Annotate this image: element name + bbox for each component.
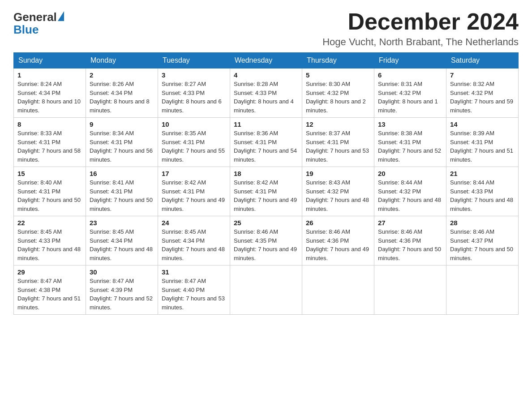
sunrise-text: Sunrise: 8:40 AM <box>17 178 82 187</box>
sunrise-text: Sunrise: 8:33 AM <box>17 129 82 138</box>
logo: General Blue <box>13 11 64 37</box>
sunrise-text: Sunrise: 8:26 AM <box>90 80 154 89</box>
calendar-cell: 18 Sunrise: 8:42 AM Sunset: 4:31 PM Dayl… <box>230 167 302 216</box>
calendar-cell: 9 Sunrise: 8:34 AM Sunset: 4:31 PM Dayli… <box>86 118 158 167</box>
calendar-table: SundayMondayTuesdayWednesdayThursdayFrid… <box>13 52 519 315</box>
calendar-cell: 16 Sunrise: 8:41 AM Sunset: 4:31 PM Dayl… <box>86 167 158 216</box>
sunset-text: Sunset: 4:33 PM <box>162 89 226 98</box>
day-number: 5 <box>306 71 370 79</box>
month-title: December 2024 <box>322 9 519 34</box>
col-header-saturday: Saturday <box>446 53 519 68</box>
daylight-text: Daylight: 8 hours and 4 minutes. <box>234 97 298 115</box>
sunset-text: Sunset: 4:31 PM <box>234 138 298 147</box>
sunrise-text: Sunrise: 8:41 AM <box>90 178 154 187</box>
page-header: General Blue December 2024 Hoge Vucht, N… <box>13 9 519 48</box>
calendar-cell: 26 Sunrise: 8:46 AM Sunset: 4:36 PM Dayl… <box>302 216 374 265</box>
day-number: 27 <box>378 219 442 227</box>
week-row-5: 29 Sunrise: 8:47 AM Sunset: 4:38 PM Dayl… <box>14 265 519 315</box>
sunrise-text: Sunrise: 8:35 AM <box>162 129 226 138</box>
calendar-cell: 15 Sunrise: 8:40 AM Sunset: 4:31 PM Dayl… <box>14 167 86 216</box>
day-number: 23 <box>90 219 154 227</box>
cell-info: Sunrise: 8:46 AM Sunset: 4:36 PM Dayligh… <box>306 227 370 262</box>
day-number: 22 <box>17 219 82 227</box>
cell-info: Sunrise: 8:42 AM Sunset: 4:31 PM Dayligh… <box>234 178 298 213</box>
calendar-cell: 7 Sunrise: 8:32 AM Sunset: 4:32 PM Dayli… <box>446 68 519 118</box>
logo-flag-icon <box>58 11 64 21</box>
day-number: 30 <box>90 268 154 276</box>
sunset-text: Sunset: 4:31 PM <box>234 187 298 196</box>
calendar-cell: 22 Sunrise: 8:45 AM Sunset: 4:33 PM Dayl… <box>14 216 86 265</box>
cell-info: Sunrise: 8:34 AM Sunset: 4:31 PM Dayligh… <box>90 129 154 164</box>
sunset-text: Sunset: 4:37 PM <box>450 236 515 245</box>
daylight-text: Daylight: 7 hours and 48 minutes. <box>90 245 154 262</box>
sunset-text: Sunset: 4:31 PM <box>378 138 442 147</box>
cell-info: Sunrise: 8:37 AM Sunset: 4:31 PM Dayligh… <box>306 129 370 164</box>
daylight-text: Daylight: 8 hours and 6 minutes. <box>162 97 226 115</box>
daylight-text: Daylight: 7 hours and 54 minutes. <box>234 146 298 164</box>
calendar-cell: 8 Sunrise: 8:33 AM Sunset: 4:31 PM Dayli… <box>14 118 86 167</box>
col-header-friday: Friday <box>374 53 446 68</box>
sunset-text: Sunset: 4:34 PM <box>90 89 154 98</box>
daylight-text: Daylight: 7 hours and 58 minutes. <box>17 146 82 164</box>
sunset-text: Sunset: 4:38 PM <box>17 286 82 295</box>
day-number: 4 <box>234 71 298 79</box>
day-number: 12 <box>306 120 370 128</box>
sunrise-text: Sunrise: 8:46 AM <box>450 227 515 236</box>
sunset-text: Sunset: 4:39 PM <box>90 286 154 295</box>
sunrise-text: Sunrise: 8:46 AM <box>306 227 370 236</box>
cell-info: Sunrise: 8:38 AM Sunset: 4:31 PM Dayligh… <box>378 129 442 164</box>
sunset-text: Sunset: 4:31 PM <box>90 138 154 147</box>
sunset-text: Sunset: 4:40 PM <box>162 286 226 295</box>
day-number: 31 <box>162 268 226 276</box>
day-number: 20 <box>378 170 442 177</box>
day-number: 19 <box>306 170 370 177</box>
cell-info: Sunrise: 8:47 AM Sunset: 4:38 PM Dayligh… <box>17 277 82 312</box>
sunrise-text: Sunrise: 8:39 AM <box>450 129 515 138</box>
day-number: 10 <box>162 120 226 128</box>
sunset-text: Sunset: 4:32 PM <box>450 89 515 98</box>
daylight-text: Daylight: 7 hours and 53 minutes. <box>306 146 370 164</box>
calendar-cell: 28 Sunrise: 8:46 AM Sunset: 4:37 PM Dayl… <box>446 216 519 265</box>
sunrise-text: Sunrise: 8:24 AM <box>17 80 82 89</box>
calendar-cell: 6 Sunrise: 8:31 AM Sunset: 4:32 PM Dayli… <box>374 68 446 118</box>
cell-info: Sunrise: 8:26 AM Sunset: 4:34 PM Dayligh… <box>90 80 154 115</box>
daylight-text: Daylight: 7 hours and 55 minutes. <box>162 146 226 164</box>
calendar-cell: 20 Sunrise: 8:44 AM Sunset: 4:32 PM Dayl… <box>374 167 446 216</box>
col-header-tuesday: Tuesday <box>158 53 230 68</box>
calendar-cell: 30 Sunrise: 8:47 AM Sunset: 4:39 PM Dayl… <box>86 265 158 315</box>
sunset-text: Sunset: 4:31 PM <box>17 187 82 196</box>
sunrise-text: Sunrise: 8:47 AM <box>162 277 226 286</box>
day-number: 13 <box>378 120 442 128</box>
cell-info: Sunrise: 8:41 AM Sunset: 4:31 PM Dayligh… <box>90 178 154 213</box>
daylight-text: Daylight: 7 hours and 49 minutes. <box>306 245 370 262</box>
calendar-cell: 5 Sunrise: 8:30 AM Sunset: 4:32 PM Dayli… <box>302 68 374 118</box>
daylight-text: Daylight: 7 hours and 51 minutes. <box>450 146 515 164</box>
daylight-text: Daylight: 7 hours and 48 minutes. <box>450 196 515 213</box>
day-number: 18 <box>234 170 298 177</box>
calendar-cell: 11 Sunrise: 8:36 AM Sunset: 4:31 PM Dayl… <box>230 118 302 167</box>
daylight-text: Daylight: 7 hours and 59 minutes. <box>450 97 515 115</box>
sunrise-text: Sunrise: 8:47 AM <box>17 277 82 286</box>
sunrise-text: Sunrise: 8:43 AM <box>306 178 370 187</box>
daylight-text: Daylight: 7 hours and 50 minutes. <box>90 196 154 213</box>
day-number: 2 <box>90 71 154 79</box>
calendar-cell: 23 Sunrise: 8:45 AM Sunset: 4:34 PM Dayl… <box>86 216 158 265</box>
sunset-text: Sunset: 4:32 PM <box>306 187 370 196</box>
day-number: 25 <box>234 219 298 227</box>
day-number: 1 <box>17 71 82 79</box>
cell-info: Sunrise: 8:44 AM Sunset: 4:33 PM Dayligh… <box>450 178 515 213</box>
calendar-cell: 2 Sunrise: 8:26 AM Sunset: 4:34 PM Dayli… <box>86 68 158 118</box>
sunset-text: Sunset: 4:33 PM <box>234 89 298 98</box>
calendar-cell: 24 Sunrise: 8:45 AM Sunset: 4:34 PM Dayl… <box>158 216 230 265</box>
cell-info: Sunrise: 8:39 AM Sunset: 4:31 PM Dayligh… <box>450 129 515 164</box>
sunset-text: Sunset: 4:31 PM <box>17 138 82 147</box>
cell-info: Sunrise: 8:32 AM Sunset: 4:32 PM Dayligh… <box>450 80 515 115</box>
calendar-header-row: SundayMondayTuesdayWednesdayThursdayFrid… <box>14 53 519 68</box>
daylight-text: Daylight: 7 hours and 48 minutes. <box>306 196 370 213</box>
sunrise-text: Sunrise: 8:28 AM <box>234 80 298 89</box>
cell-info: Sunrise: 8:30 AM Sunset: 4:32 PM Dayligh… <box>306 80 370 115</box>
sunset-text: Sunset: 4:31 PM <box>450 138 515 147</box>
sunrise-text: Sunrise: 8:37 AM <box>306 129 370 138</box>
daylight-text: Daylight: 7 hours and 49 minutes. <box>162 196 226 213</box>
sunset-text: Sunset: 4:32 PM <box>306 89 370 98</box>
